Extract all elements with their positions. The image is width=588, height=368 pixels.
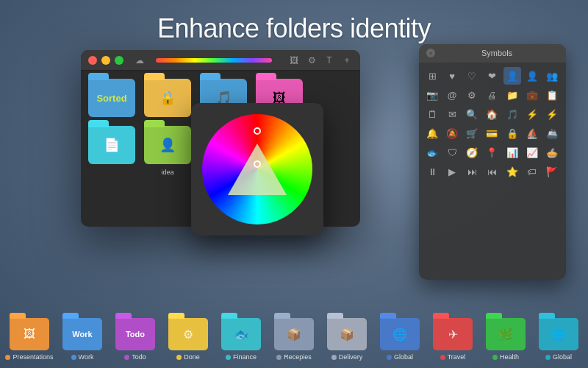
symbol-notepad[interactable]: 🗒 [423, 105, 441, 123]
wheel-handle-mid[interactable] [254, 160, 261, 168]
symbol-sailboat2[interactable]: 🚢 [543, 124, 561, 142]
symbol-person2[interactable]: 👤 [523, 67, 541, 85]
symbol-star[interactable]: ⭐ [503, 163, 521, 180]
strip-folder-work: Work [62, 318, 102, 350]
text-icon: T [323, 54, 335, 66]
sorted-label: Sorted [96, 93, 126, 104]
symbol-bolt[interactable]: ⚡ [523, 105, 541, 123]
titlebar: ☁ 🖼 ⚙ T + [81, 50, 360, 71]
strip-folder-recepies: 📦 [274, 318, 314, 350]
symbol-camera[interactable]: 📷 [423, 86, 441, 104]
traffic-light-yellow[interactable] [101, 56, 110, 65]
symbol-bell2[interactable]: 🔕 [443, 124, 461, 142]
symbol-grid[interactable]: ⊞ [423, 67, 441, 85]
symbol-clipboard[interactable]: 📋 [543, 86, 561, 104]
symbol-prev[interactable]: ⏮ [483, 163, 501, 180]
symbols-panel-title: Symbols [435, 49, 559, 57]
folder-yellow-lock[interactable]: 🔒 [143, 77, 193, 119]
strip-item-todo[interactable]: Todo Todo [109, 318, 162, 361]
symbol-folder[interactable]: 📁 [503, 86, 521, 104]
symbol-chart2[interactable]: 📈 [523, 144, 541, 161]
add-icon[interactable]: + [341, 54, 353, 66]
symbol-sailboat[interactable]: ⛵ [523, 124, 541, 142]
strip-item-global1[interactable]: 🌐 Global [373, 318, 426, 361]
wheel-handle-top[interactable] [254, 127, 261, 135]
symbol-fish[interactable]: 🐟 [423, 144, 441, 161]
cloud-icon: ☁ [134, 54, 146, 66]
symbol-card[interactable]: 💳 [483, 124, 501, 142]
folder-sorted[interactable]: Sorted [87, 77, 137, 119]
symbol-music[interactable]: 🎵 [503, 105, 521, 123]
symbol-heart-empty[interactable]: ♡ [463, 67, 481, 85]
symbol-heart2[interactable]: ❤ [483, 67, 501, 85]
folder-cyan-doc[interactable]: 📄 [87, 124, 137, 176]
image-icon: 🖼 [288, 54, 300, 66]
strip-item-global2[interactable]: 🌐 Global [532, 318, 585, 361]
recepies-icon: 📦 [287, 328, 301, 342]
symbol-chart[interactable]: 📊 [503, 144, 521, 161]
strip-item-delivery[interactable]: 📦 Delivery [320, 318, 373, 361]
symbol-tag[interactable]: 🏷 [523, 163, 541, 180]
presentations-icon: 🖼 [24, 328, 35, 341]
strip-item-finance[interactable]: 🐟 Finance [215, 318, 268, 361]
dot-global2 [545, 355, 551, 360]
strip-item-work[interactable]: Work Work [56, 318, 109, 361]
global1-icon: 🌐 [392, 328, 407, 342]
symbol-lock[interactable]: 🔒 [503, 124, 521, 142]
dot-travel [440, 355, 445, 360]
symbol-home[interactable]: 🏠 [483, 105, 501, 123]
strip-label-global1: Global [394, 353, 413, 361]
symbol-pause[interactable]: ⏸ [423, 163, 441, 180]
symbol-pin[interactable]: 📍 [483, 144, 501, 161]
symbol-briefcase[interactable]: 💼 [523, 86, 541, 104]
symbol-cart[interactable]: 🛒 [463, 124, 481, 142]
dot-delivery [331, 355, 337, 360]
traffic-light-red[interactable] [88, 56, 97, 65]
strip-item-travel[interactable]: ✈ Travel [426, 318, 479, 361]
strip-label-travel: Travel [448, 353, 466, 361]
page-title: Enhance folders identity [0, 0, 588, 44]
symbol-play2[interactable]: ⏭ [463, 163, 481, 180]
symbol-mail[interactable]: ✉ [443, 105, 461, 123]
folder-lime-person[interactable]: 👤 idea [143, 124, 193, 176]
symbol-flag[interactable]: 🚩 [543, 163, 561, 180]
symbol-compass[interactable]: 🧭 [463, 144, 481, 161]
symbols-panel: × Symbols ⊞ ♥ ♡ ❤ 👤 👤 👥 📷 @ ⚙ 🖨 📁 💼 📋 🗒 … [419, 44, 566, 280]
strip-item-presentations[interactable]: 🖼 Presentations [3, 318, 56, 361]
person-icon: 👤 [159, 137, 176, 153]
color-toolbar-bar[interactable] [156, 58, 272, 63]
color-wheel-overlay[interactable] [191, 103, 323, 236]
symbol-bolt2[interactable]: ⚡ [543, 105, 561, 123]
symbol-search[interactable]: 🔍 [463, 105, 481, 123]
strip-folder-travel: ✈ [433, 318, 473, 350]
strip-label-health: Health [500, 353, 519, 361]
symbols-grid: ⊞ ♥ ♡ ❤ 👤 👤 👥 📷 @ ⚙ 🖨 📁 💼 📋 🗒 ✉ 🔍 🏠 🎵 ⚡ … [419, 63, 566, 185]
symbol-play[interactable]: ▶ [443, 163, 461, 180]
strip-folder-health: 🌿 [486, 318, 526, 350]
symbol-printer[interactable]: 🖨 [483, 86, 501, 104]
symbol-group[interactable]: 👥 [543, 67, 561, 85]
symbol-person[interactable]: 👤 [503, 67, 521, 85]
strip-label-presentations: Presentations [12, 353, 53, 361]
symbol-bell[interactable]: 🔔 [423, 124, 441, 142]
lock-icon: 🔒 [159, 90, 176, 106]
symbol-shield[interactable]: 🛡 [443, 144, 461, 161]
strip-item-health[interactable]: 🌿 Health [479, 318, 532, 361]
todo-folder-text: Todo [126, 330, 145, 339]
traffic-light-green[interactable] [115, 56, 123, 65]
strip-folder-delivery: 📦 [327, 318, 367, 350]
health-icon: 🌿 [498, 328, 513, 342]
strip-item-done[interactable]: ⚙ Done [162, 318, 215, 361]
titlebar-right-icons: 🖼 ⚙ T + [288, 54, 353, 66]
strip-folder-presentations: 🖼 [10, 318, 49, 350]
strip-label-work: Work [79, 353, 94, 361]
symbol-gear[interactable]: ⚙ [463, 86, 481, 104]
strip-item-recepies[interactable]: 📦 Recepies [268, 318, 320, 361]
symbol-heart-fill[interactable]: ♥ [443, 67, 461, 85]
color-wheel[interactable] [202, 114, 312, 224]
travel-icon: ✈ [448, 328, 458, 342]
symbols-close-button[interactable]: × [426, 49, 435, 57]
symbol-pie[interactable]: 🥧 [543, 144, 561, 161]
symbol-at[interactable]: @ [443, 86, 461, 104]
global2-icon: 🌐 [551, 328, 566, 342]
